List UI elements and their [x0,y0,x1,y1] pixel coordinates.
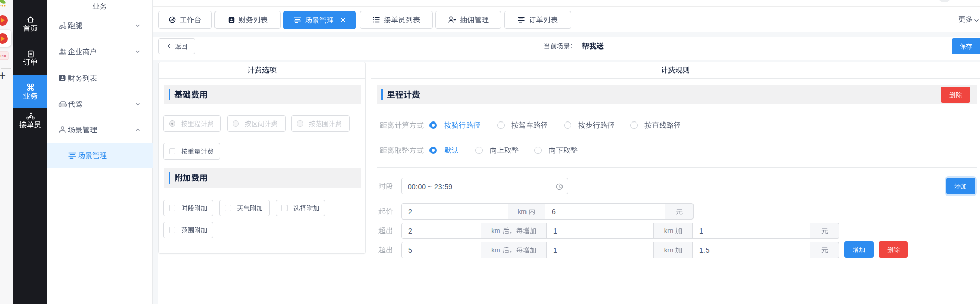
svg-text:PDF: PDF [1,54,7,58]
